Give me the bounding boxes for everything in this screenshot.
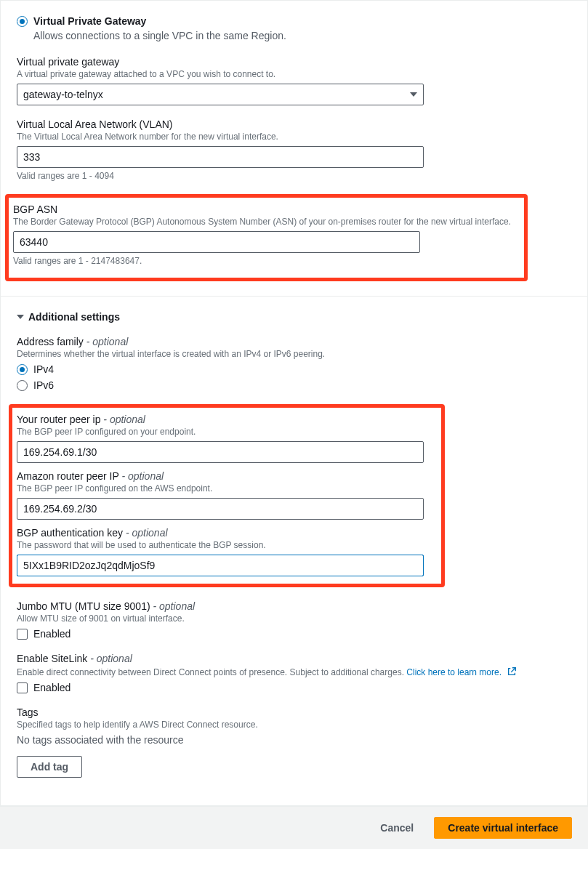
address-family-help: Determines whether the virtual interface… (17, 349, 571, 359)
bgp-asn-label: BGP ASN (13, 204, 520, 215)
gateway-type-vpg-radio[interactable] (17, 16, 28, 27)
sitelink-checkbox-label: Enabled (33, 682, 71, 693)
amazon-peer-label: Amazon router peer IP (17, 470, 119, 482)
chevron-down-icon (410, 92, 417, 97)
bgp-asn-hint: Valid ranges are 1 - 2147483647. (13, 256, 520, 266)
amazon-peer-optional: - optional (122, 470, 164, 482)
router-peer-input[interactable] (17, 441, 424, 463)
bgp-asn-input[interactable] (13, 231, 420, 253)
gateway-type-vpg-label: Virtual Private Gateway (33, 15, 146, 27)
vlan-help: The Virtual Local Area Network number fo… (17, 132, 571, 142)
additional-settings-toggle[interactable]: Additional settings (17, 311, 571, 323)
external-link-icon (507, 666, 517, 677)
peer-highlight: Your router peer ip - optional The BGP p… (9, 404, 445, 587)
cancel-button[interactable]: Cancel (367, 817, 427, 839)
jumbo-mtu-checkbox[interactable] (17, 629, 28, 640)
vpg-help: A virtual private gateway attached to a … (17, 69, 571, 79)
add-tag-button[interactable]: Add tag (17, 756, 82, 778)
amazon-peer-input[interactable] (17, 498, 424, 520)
router-peer-help: The BGP peer IP configured on your endpo… (17, 427, 437, 437)
sitelink-learn-more-link[interactable]: Click here to learn more. (406, 667, 517, 677)
bg

-auth-input[interactable] (17, 555, 424, 576)
create-virtual-interface-button[interactable]: Create virtual interface (434, 817, 572, 839)
vpg-select[interactable]: gateway-to-telnyx (17, 84, 424, 105)
sitelink-label: Enable SiteLink (17, 653, 87, 664)
amazon-peer-help: The BGP peer IP configured on the AWS en… (17, 483, 437, 494)
ipv6-label: IPv6 (33, 379, 54, 391)
additional-settings-label: Additional settings (28, 311, 120, 323)
tags-empty-text: No tags associated with the resource (17, 734, 571, 746)
bgp-auth-label: BGP authentication key (17, 527, 123, 539)
vlan-input[interactable] (17, 146, 424, 168)
jumbo-mtu-label: Jumbo MTU (MTU size 9001) (17, 600, 150, 612)
bgp-asn-help: The Border Gateway Protocol (BGP) Autono… (13, 217, 520, 227)
jumbo-mtu-checkbox-label: Enabled (33, 628, 71, 640)
vpg-select-value: gateway-to-telnyx (23, 89, 103, 100)
sitelink-help: Enable direct connectivity between Direc… (17, 667, 404, 677)
ipv4-radio[interactable] (17, 364, 28, 375)
router-peer-optional: - optional (103, 414, 145, 425)
sitelink-checkbox[interactable] (17, 682, 28, 693)
vpg-label: Virtual private gateway (17, 56, 571, 68)
jumbo-mtu-optional: - optional (153, 600, 195, 612)
bgp-auth-help: The password that will be used to authen… (17, 540, 437, 550)
tags-label: Tags (17, 706, 571, 718)
vlan-label: Virtual Local Area Network (VLAN) (17, 118, 571, 130)
vlan-hint: Valid ranges are 1 - 4094 (17, 171, 571, 181)
gateway-type-vpg-desc: Allows connections to a single VPC in th… (33, 30, 571, 41)
chevron-down-icon (17, 315, 24, 319)
address-family-optional: - optional (86, 336, 129, 347)
ipv4-label: IPv4 (33, 363, 54, 375)
router-peer-label: Your router peer ip (17, 414, 100, 425)
tags-help: Specified tags to help identify a AWS Di… (17, 720, 571, 730)
jumbo-mtu-help: Allow MTU size of 9001 on virtual interf… (17, 613, 571, 624)
bgp-asn-highlight: BGP ASN The Border Gateway Protocol (BGP… (5, 194, 528, 281)
address-family-label: Address family (17, 336, 84, 347)
bgp-auth-optional: - optional (126, 527, 168, 539)
sitelink-optional: - optional (90, 653, 132, 664)
ipv6-radio[interactable] (17, 380, 28, 391)
